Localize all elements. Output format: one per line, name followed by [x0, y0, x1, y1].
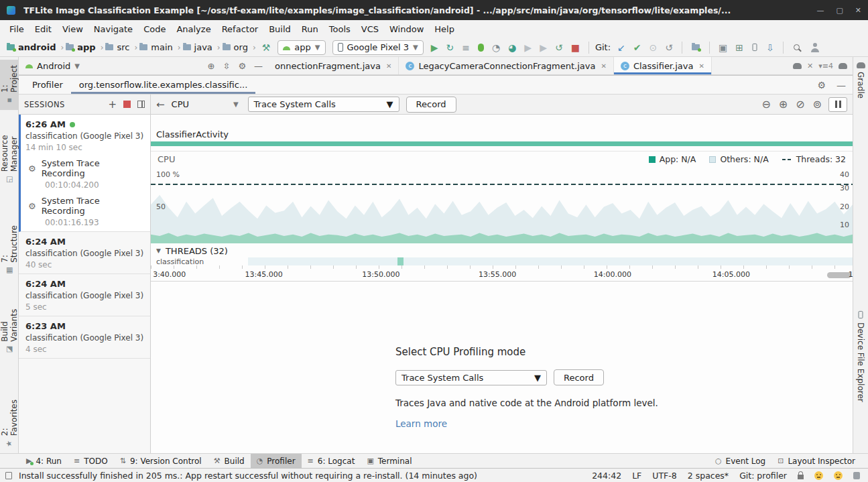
profiling-mode-dropdown[interactable]: Trace System Calls▼ — [395, 370, 547, 385]
breadcrumb-main[interactable]: main — [139, 42, 172, 52]
breadcrumb-src[interactable]: src — [105, 42, 129, 52]
expand-panel-icon[interactable] — [137, 101, 145, 108]
menu-window[interactable]: Window — [384, 21, 429, 37]
toolwindow-button-terminal[interactable]: ▣Terminal — [361, 454, 418, 468]
recording-item[interactable]: ⚙System Trace Recording00:01:16.193 — [25, 196, 145, 227]
record-button[interactable]: Record — [406, 97, 456, 113]
git-update-icon[interactable]: ↙ — [617, 42, 625, 53]
sidebar-item-gradle[interactable]: Gradle — [856, 57, 865, 104]
breadcrumb-app[interactable]: app — [66, 42, 95, 52]
session-item[interactable]: 6:23 AMclassification (Google Pixel 3)4 … — [19, 316, 150, 359]
sidebar-item-device-file-explorer[interactable]: Device File Explorer — [856, 305, 865, 408]
profile-app-icon[interactable]: ◔ — [492, 42, 500, 53]
menu-vcs[interactable]: VCS — [356, 21, 384, 37]
editor-tab[interactable]: onnectionFragment.java✕ — [268, 57, 399, 74]
apply-changes-icon[interactable]: ↻ — [446, 42, 454, 53]
line-separator[interactable]: LF — [632, 471, 641, 481]
zoom-in-icon[interactable]: ⊕ — [779, 98, 788, 111]
debug-icon[interactable] — [478, 44, 484, 52]
sidebar-item--favorites[interactable]: ★2: Favorites — [0, 394, 19, 453]
zoom-to-selection-icon[interactable]: ⊚ — [813, 98, 822, 111]
stage-selector[interactable]: CPU▼ — [172, 99, 239, 109]
menu-refactor[interactable]: Refactor — [216, 21, 264, 37]
tab-list-icon[interactable]: ▾≡4 — [818, 62, 833, 70]
device-manager-icon[interactable] — [753, 44, 757, 51]
gear-icon[interactable]: ⚙ — [817, 80, 826, 91]
git-history-icon[interactable]: ⊙ — [649, 42, 658, 53]
breadcrumb-org[interactable]: org — [223, 42, 248, 52]
toolwindow-button-layout-inspector[interactable]: ⊡Layout Inspector — [771, 454, 861, 468]
menu-file[interactable]: File — [4, 21, 29, 37]
chart-plot[interactable]: 100 %5040302010 — [151, 169, 853, 243]
run-button-icon[interactable]: ▶ — [431, 42, 438, 53]
feedback-happy-icon[interactable] — [814, 471, 823, 480]
attach-debugger-icon[interactable]: ▶ — [524, 42, 532, 53]
menu-view[interactable]: View — [57, 21, 88, 37]
zoom-out-icon[interactable]: ⊖ — [761, 98, 770, 111]
toolwindow-button-run[interactable]: ▶4: Run — [20, 454, 68, 468]
sdk-manager-icon[interactable]: ▣ — [719, 42, 727, 53]
sidebar-item--structure[interactable]: ▦7: Structure — [0, 220, 19, 280]
sdk-download-icon[interactable]: ⇩ — [766, 42, 774, 53]
trace-mode-dropdown[interactable]: Trace System Calls▼ — [248, 97, 399, 112]
minimize-icon[interactable]: — — [816, 6, 824, 15]
menu-code[interactable]: Code — [138, 21, 171, 37]
record-button[interactable]: Record — [554, 369, 604, 385]
menu-run[interactable]: Run — [296, 21, 324, 37]
timeline-ruler[interactable]: 3:40.00013:45.00013:50.00013:55.00014:00… — [151, 265, 853, 282]
device-selector[interactable]: Google Pixel 3▼ — [332, 40, 424, 55]
hide-panel-icon[interactable]: — — [836, 80, 846, 91]
menu-analyze[interactable]: Analyze — [171, 21, 216, 37]
menu-navigate[interactable]: Navigate — [88, 21, 138, 37]
menu-help[interactable]: Help — [429, 21, 460, 37]
project-structure-icon[interactable] — [692, 44, 700, 50]
menu-edit[interactable]: Edit — [29, 21, 57, 37]
add-session-icon[interactable]: + — [108, 99, 117, 111]
menu-tools[interactable]: Tools — [324, 21, 356, 37]
stop-icon[interactable]: ■ — [571, 42, 580, 53]
feedback-sad-icon[interactable] — [834, 471, 843, 480]
avd-manager-icon[interactable]: ⊞ — [735, 42, 743, 53]
hide-panel-icon[interactable]: — — [254, 61, 263, 71]
search-icon[interactable] — [794, 44, 800, 50]
toolwindow-button-todo[interactable]: ≡TODO — [68, 454, 114, 468]
pause-live-button[interactable] — [828, 97, 847, 112]
toolwindow-button-build[interactable]: ⚒Build — [208, 454, 251, 468]
editor-tab[interactable]: cLegacyCameraConnectionFragment.java✕ — [399, 57, 614, 74]
sidebar-item-build-variants[interactable]: ◪Build Variants — [0, 295, 19, 359]
gear-icon[interactable]: ⚙ — [238, 61, 246, 71]
status-message[interactable]: Install successfully finished in 205 ms.… — [19, 471, 477, 481]
thread-row[interactable]: classification — [151, 257, 853, 265]
avatar[interactable] — [810, 43, 820, 52]
close-icon[interactable]: ✕ — [855, 6, 861, 15]
locate-file-icon[interactable]: ⊕ — [208, 61, 215, 71]
lock-icon[interactable] — [798, 475, 804, 479]
project-view-selector[interactable]: Android ▼ — [19, 57, 86, 74]
git-commit-icon[interactable]: ✔ — [633, 42, 641, 53]
recording-item[interactable]: ⚙System Trace Recording00:10:04.200 — [25, 158, 145, 190]
session-item[interactable]: 6:24 AMclassification (Google Pixel 3)40… — [19, 232, 150, 274]
horizontal-scrollbar[interactable] — [827, 272, 851, 278]
tool-window-switcher-icon[interactable] — [5, 472, 12, 479]
session-item[interactable]: 6:24 AMclassification (Google Pixel 3)5 … — [19, 274, 150, 316]
indent-setting[interactable]: 2 spaces* — [688, 471, 729, 481]
toolwindow-button-logcat[interactable]: ≡6: Logcat — [302, 454, 361, 468]
file-encoding[interactable]: UTF-8 — [652, 471, 676, 481]
toolwindow-button-vcs[interactable]: ⇅9: Version Control — [114, 454, 208, 468]
sidebar-item-resource-manager[interactable]: ◱Resource Manager — [0, 110, 19, 189]
back-arrow-icon[interactable]: ← — [156, 99, 165, 111]
apply-code-changes-icon[interactable]: ≡ — [462, 42, 470, 53]
threads-section-header[interactable]: ▼ THREADS (32) — [151, 244, 853, 257]
close-icon[interactable]: ✕ — [807, 62, 813, 70]
profiler-tab[interactable]: org.tensorflow.lite.examples.classific..… — [71, 76, 256, 94]
session-item[interactable]: 6:26 AMclassification (Google Pixel 3)14… — [19, 115, 150, 232]
attach-profiler-icon[interactable]: ▶ — [540, 42, 547, 53]
menu-build[interactable]: Build — [263, 21, 296, 37]
cpu-chart[interactable]: CPU App: N/AOthers: N/AThreads: 32 100 %… — [151, 151, 853, 243]
stop-session-icon[interactable] — [123, 101, 131, 108]
reset-zoom-icon[interactable]: ⊘ — [796, 98, 804, 111]
build-hammer-icon[interactable]: ⚒ — [262, 42, 271, 53]
profiler-gauge-icon[interactable]: ◕ — [508, 42, 516, 53]
close-tab-icon[interactable]: ✕ — [698, 62, 704, 70]
toolwindow-button-event-log[interactable]: ○Event Log — [709, 454, 771, 468]
